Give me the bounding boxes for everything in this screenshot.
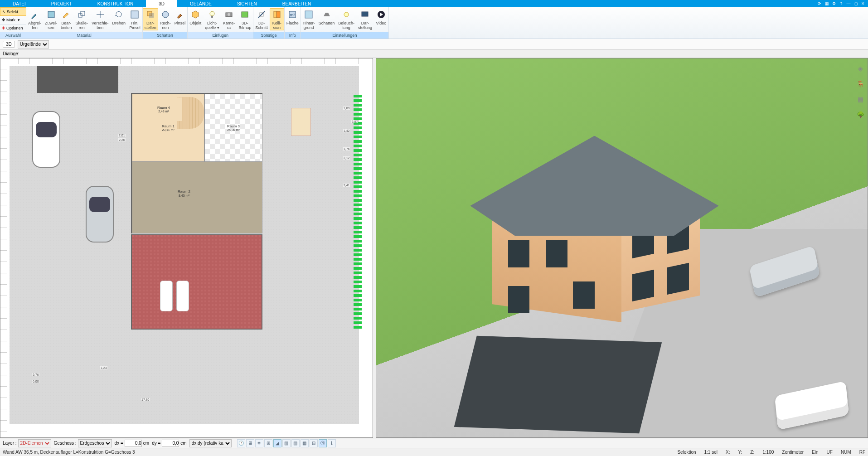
selekt-button[interactable]: ↖ Selekt (0, 7, 26, 16)
tab-sichten[interactable]: SICHTEN (224, 0, 270, 7)
info-icon[interactable]: ℹ (328, 439, 336, 447)
main-menu: DATEI PROJEKT KONSTRUKTION 3D GELÄNDE SI… (0, 0, 868, 7)
house-3d (465, 126, 735, 354)
skalieren-button[interactable]: Skalie-ren (74, 8, 90, 30)
ortho-icon[interactable]: ◢ (273, 439, 281, 447)
beleuchtung-button[interactable]: Beleuch-tung (336, 8, 356, 30)
grid-icon[interactable]: ▦ (824, 1, 830, 6)
geschoss-dropdown[interactable]: Erdgeschos (78, 439, 112, 447)
clock-icon[interactable]: 🕐 (237, 439, 245, 447)
status-z: Z: (750, 450, 754, 455)
group-info: m²Fläche Info (285, 7, 301, 39)
dx-input[interactable] (125, 440, 142, 447)
cells-icon[interactable]: ⊟ (310, 439, 318, 447)
layers-icon[interactable]: ◈ (855, 63, 865, 73)
tab-konstruktion[interactable]: KONSTRUKTION (85, 0, 146, 7)
area-icon: m² (287, 9, 298, 20)
lichtquelle-button[interactable]: Licht-quelle ▾ (203, 8, 221, 30)
ruler-vertical (0, 64, 7, 432)
grid2-icon[interactable]: ▦ (301, 439, 309, 447)
sync-icon[interactable]: ⟳ (816, 1, 823, 6)
abgreifen-button[interactable]: Abgrei-fen (26, 8, 43, 30)
bottom-toolbar: Layer : 2D-Elemen Geschoss : Erdgeschos … (0, 438, 868, 448)
dim-1-42: 1,42 (343, 129, 350, 132)
drehen-button[interactable]: Drehen (111, 8, 128, 25)
coord-mode-dropdown[interactable]: dx,dy (relativ ka (189, 439, 232, 447)
mode-3d-pill[interactable]: 3D (3, 41, 15, 48)
minimize-icon[interactable]: — (845, 1, 852, 6)
dim-1-76: 1,76 (343, 147, 350, 150)
assign-icon (46, 9, 57, 20)
chevron-down-icon: ▾ (18, 18, 20, 22)
darstellen-button[interactable]: Dar-stellen (143, 8, 158, 30)
snap-icon[interactable]: ⊞ (264, 439, 272, 447)
verschieben-button[interactable]: Verschie-ben (90, 8, 111, 30)
svg-point-7 (210, 11, 214, 16)
lounger-1 (160, 281, 173, 311)
layer-dropdown[interactable]: 2D-Elemen (18, 439, 51, 447)
video-button[interactable]: Video (374, 8, 388, 25)
monitor-icon[interactable]: 🖥 (246, 439, 254, 447)
svg-rect-8 (211, 16, 213, 18)
group-info-label: Info (285, 32, 301, 39)
status-uf: UF (827, 450, 833, 455)
tab-datei[interactable]: DATEI (0, 0, 39, 7)
schatten-settings-button[interactable]: Schatten (317, 8, 337, 25)
hin-pinsel-button[interactable]: Hin.Pinsel (127, 8, 142, 30)
maximize-icon[interactable]: ◻ (853, 1, 859, 6)
window-3d (667, 263, 689, 295)
north-icon[interactable]: Ⓝ (319, 439, 327, 447)
hatch-icon[interactable]: ▨ (282, 439, 291, 447)
bearbeiten-button[interactable]: Bear-beiten (59, 8, 74, 30)
sub-toolbar: 3D Urgelände (0, 39, 868, 50)
settings-icon[interactable]: ⚙ (831, 1, 837, 6)
status-ein: Ein (812, 450, 818, 455)
close-icon[interactable]: ✕ (860, 1, 866, 6)
mark-button[interactable]: ✥ Mark. ▾ (0, 16, 26, 24)
shadow-show-icon (145, 9, 156, 20)
layers2-icon[interactable]: ❖ (255, 439, 263, 447)
dim-6-97: 6,97 (351, 120, 359, 123)
furniture-icon[interactable]: 🪑 (855, 79, 865, 89)
pinsel-button[interactable]: Pinsel (173, 8, 188, 25)
terrace (131, 234, 262, 330)
help-icon[interactable]: ? (838, 1, 844, 6)
optionen-button[interactable]: ✚ Optionen (0, 24, 26, 32)
dy-input[interactable] (162, 440, 179, 447)
tab-bearbeiten[interactable]: BEARBEITEN (270, 0, 324, 7)
window-3d (508, 240, 530, 267)
group-sonstige-label: Sonstige (253, 32, 284, 39)
play-icon (376, 9, 387, 20)
kollision-button[interactable]: Kolli-sion (270, 8, 284, 30)
darstellung-button[interactable]: Dar-stellung (356, 8, 374, 30)
dim-2-12: 2,12 (343, 156, 350, 160)
workspace: Raum 1 20,11 m² Raum 4 2,48 m² Raum 3 25… (0, 58, 868, 438)
objekt-button[interactable]: Objekt (188, 8, 203, 25)
dim-17-80: 17,80 (141, 398, 150, 401)
tab-projekt[interactable]: PROJEKT (39, 0, 85, 7)
dim-5-76: 5,76 (32, 373, 39, 376)
status-x: X: (726, 450, 730, 455)
garage-3d (454, 335, 662, 433)
camera-icon (223, 9, 234, 20)
3d-schnitt-button[interactable]: 3D-Schnitt (253, 8, 270, 30)
rechnen-button[interactable]: Rech-nen (158, 8, 173, 30)
tree-icon[interactable]: 🌳 (855, 110, 865, 120)
layer-select[interactable]: Urgelände (18, 40, 49, 49)
tab-gelaende[interactable]: GELÄNDE (177, 0, 224, 7)
background-icon (303, 9, 314, 20)
group-auswahl-label: Auswahl (0, 32, 26, 39)
flaeche-button[interactable]: m²Fläche (285, 8, 301, 25)
zuweisen-button[interactable]: Zuwei-sen (43, 8, 59, 30)
svg-rect-11 (242, 12, 248, 17)
3d-view-pane[interactable] (376, 58, 868, 438)
cube-icon (190, 9, 201, 20)
move-icon (95, 9, 106, 20)
palette-icon[interactable]: ▦ (855, 94, 865, 104)
tab-3d[interactable]: 3D (146, 0, 177, 7)
hintergrund-button[interactable]: Hinter-grund (301, 8, 317, 30)
hatch2-icon[interactable]: ▧ (291, 439, 300, 447)
kamera-button[interactable]: Kame-ra (221, 8, 237, 30)
3d-bitmap-button[interactable]: 3D-Bitmap (237, 8, 253, 30)
2d-plan-pane[interactable]: Raum 1 20,11 m² Raum 4 2,48 m² Raum 3 25… (0, 58, 373, 438)
